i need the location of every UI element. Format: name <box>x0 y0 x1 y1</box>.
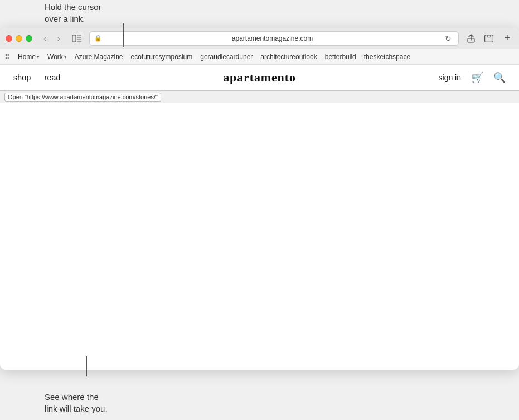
lock-icon: 🔒 <box>94 35 102 42</box>
shop-link[interactable]: shop <box>13 73 31 82</box>
site-nav-left: shop read <box>13 73 61 82</box>
website-content: shop read apartamento sign in 🛒 🔍 <box>0 65 519 370</box>
close-button[interactable] <box>6 35 12 42</box>
bookmark-ecofuture[interactable]: ecofuturesymposium <box>128 52 196 62</box>
site-logo[interactable]: apartamento <box>223 70 296 85</box>
annotation-bottom: See where thelink will take you. <box>45 391 167 414</box>
chevron-down-icon: ▾ <box>64 54 67 60</box>
add-tab-button[interactable]: + <box>501 32 513 45</box>
site-nav: shop read apartamento sign in 🛒 🔍 <box>0 65 519 90</box>
bookmark-home[interactable]: Home ▾ <box>14 52 43 62</box>
annotation-top-text: Hold the cursorover a link. <box>45 2 101 23</box>
annotation-top: Hold the cursorover a link. <box>45 0 190 25</box>
search-icon[interactable]: 🔍 <box>493 71 506 84</box>
bookmark-geraud[interactable]: geraudlecarduner <box>197 52 256 62</box>
status-bar: Open "https://www.apartamentomagazine.co… <box>0 90 519 103</box>
minimize-button[interactable] <box>16 35 22 42</box>
apps-icon[interactable]: ⠿ <box>4 52 10 61</box>
address-bar[interactable]: 🔒 apartamentomagazine.com ↻ <box>89 31 459 46</box>
refresh-button[interactable]: ↻ <box>443 33 454 44</box>
annotation-line-top <box>123 23 124 47</box>
address-text: apartamentomagazine.com <box>105 35 439 42</box>
bookmark-betterbuild[interactable]: betterbuild <box>322 52 360 62</box>
svg-rect-0 <box>72 35 76 42</box>
toolbar-right <box>463 32 497 45</box>
title-bar: ‹ › 🔒 apartamentomagazine.com ↻ <box>0 28 519 49</box>
site-nav-right: sign in 🛒 🔍 <box>439 71 506 84</box>
new-tab-button[interactable] <box>481 32 497 45</box>
bookmark-architecture[interactable]: architectureoutlook <box>257 52 320 62</box>
bookmark-azure[interactable]: Azure Magazine <box>71 52 127 62</box>
maximize-button[interactable] <box>26 35 32 42</box>
read-link[interactable]: read <box>44 73 60 82</box>
status-url: Open "https://www.apartamentomagazine.co… <box>4 93 161 102</box>
annotation-bottom-text: See where thelink will take you. <box>45 392 108 413</box>
chevron-down-icon: ▾ <box>37 54 40 60</box>
sign-in-link[interactable]: sign in <box>439 73 461 82</box>
forward-button[interactable]: › <box>52 32 65 45</box>
svg-rect-6 <box>485 35 493 42</box>
sidebar-button[interactable] <box>69 32 85 45</box>
back-button[interactable]: ‹ <box>39 32 51 45</box>
traffic-lights <box>6 35 32 42</box>
nav-buttons: ‹ › <box>39 32 65 45</box>
browser-window: ‹ › 🔒 apartamentomagazine.com ↻ <box>0 28 519 370</box>
share-button[interactable] <box>463 32 479 45</box>
bookmark-sketchspace[interactable]: thesketchspace <box>361 52 414 62</box>
annotation-line-bottom <box>86 356 87 376</box>
bookmark-work[interactable]: Work ▾ <box>44 52 70 62</box>
svg-rect-7 <box>487 35 491 37</box>
cart-icon[interactable]: 🛒 <box>471 71 483 84</box>
bookmarks-bar: ⠿ Home ▾ Work ▾ Azure Magazine ecofuture… <box>0 49 519 65</box>
